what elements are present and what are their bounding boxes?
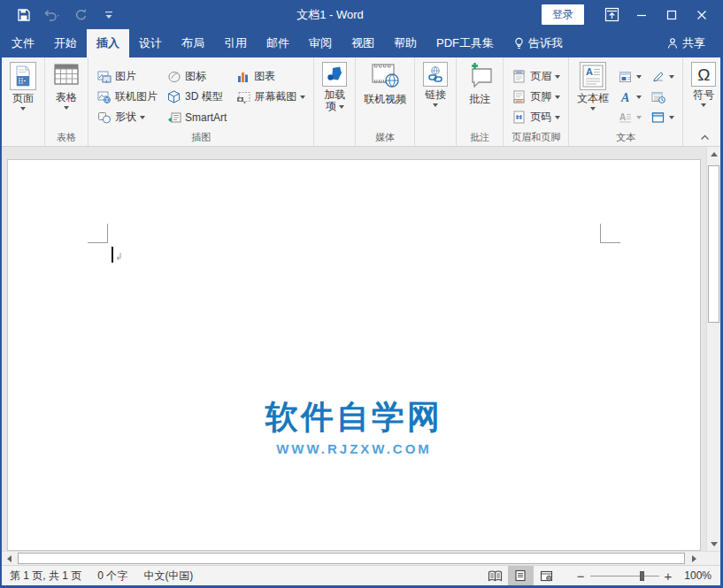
tab-tell-me[interactable]: 告诉我 — [504, 29, 573, 57]
customize-qat-button[interactable] — [99, 5, 119, 25]
zoom-out-button[interactable]: − — [572, 569, 590, 584]
chart-icon — [235, 70, 250, 84]
arrow-right-icon — [692, 555, 696, 562]
page-number-button[interactable]: 页码 — [507, 107, 565, 127]
horizontal-scrollbar[interactable] — [2, 551, 720, 565]
share-button[interactable]: 共享 — [657, 29, 715, 57]
group-label-header-footer: 页眉和页脚 — [504, 131, 568, 146]
minimize-button[interactable] — [627, 3, 657, 27]
vertical-scrollbar-thumb[interactable] — [708, 165, 719, 323]
3d-model-icon — [166, 90, 181, 104]
chart-button[interactable]: 图表 — [231, 66, 310, 87]
symbol-button[interactable]: Ω 符号 — [687, 61, 720, 131]
smartart-button[interactable]: SmartArt — [162, 107, 231, 127]
pages-label: 页面 — [12, 92, 34, 104]
link-label: 链接 — [425, 88, 446, 101]
redo-button[interactable] — [71, 5, 90, 25]
language-indicator[interactable]: 中文(中国) — [135, 569, 201, 584]
page-indicator[interactable]: 第 1 页, 共 1 页 — [2, 569, 89, 584]
ribbon-display-options-button[interactable] — [596, 3, 627, 27]
margin-cropmark-top-right — [600, 224, 620, 243]
textbox-button[interactable]: A 文本框 — [573, 61, 613, 131]
drop-cap-button[interactable]: A — [613, 107, 646, 127]
tell-me-label: 告诉我 — [528, 35, 563, 51]
watermark: 软件自学网 WWW.RJZXW.COM — [265, 395, 442, 456]
document-page[interactable]: 软件自学网 WWW.RJZXW.COM — [7, 159, 701, 551]
zoom-level[interactable]: 100% — [677, 569, 720, 582]
titlebar-controls: 登录 — [542, 3, 720, 27]
header-button[interactable]: 页眉 — [507, 66, 565, 87]
link-button[interactable]: 链接 — [419, 61, 452, 131]
pictures-button[interactable]: 图片 — [92, 66, 162, 87]
close-button[interactable] — [687, 3, 717, 27]
dropdown-arrow-icon — [555, 116, 560, 119]
pages-button[interactable]: 页面 — [5, 61, 41, 131]
icons-button[interactable]: 图标 — [162, 66, 231, 87]
group-label-comments: 批注 — [457, 131, 503, 146]
scroll-right-button[interactable] — [687, 552, 701, 565]
signature-line-button[interactable] — [646, 66, 679, 87]
ribbon-tab-bar: 文件 开始 插入 设计 布局 引用 邮件 审阅 视图 帮助 PDF工具集 告诉我… — [2, 29, 720, 57]
3d-models-label: 3D 模型 — [185, 89, 223, 104]
web-layout-button[interactable] — [534, 566, 559, 585]
maximize-button[interactable] — [657, 3, 687, 27]
screenshot-button[interactable]: 屏幕截图 — [231, 87, 310, 107]
date-time-button[interactable] — [646, 87, 679, 107]
sign-in-button[interactable]: 登录 — [542, 4, 584, 25]
shapes-button[interactable]: 形状 — [92, 107, 162, 127]
footer-button[interactable]: 页脚 — [507, 87, 565, 107]
tab-file[interactable]: 文件 — [2, 29, 44, 57]
share-person-icon — [666, 37, 679, 50]
tab-mailings[interactable]: 邮件 — [257, 29, 299, 57]
quick-parts-button[interactable] — [613, 66, 646, 87]
status-bar: 第 1 页, 共 1 页 0 个字 中文(中国) − + 100% — [2, 565, 720, 585]
tab-view[interactable]: 视图 — [342, 29, 384, 57]
dropdown-arrow-icon — [555, 95, 560, 99]
scroll-left-button[interactable] — [2, 552, 16, 565]
tab-layout[interactable]: 布局 — [172, 29, 214, 57]
group-label-pages — [2, 131, 44, 146]
online-video-button[interactable]: 联机视频 — [359, 61, 411, 131]
ribbon-display-options-icon — [604, 7, 619, 22]
zoom-slider-thumb[interactable] — [640, 571, 644, 581]
online-pictures-button[interactable]: 联机图片 — [92, 87, 162, 107]
addins-button[interactable]: 加载 项 — [318, 61, 351, 131]
tab-home[interactable]: 开始 — [44, 29, 87, 57]
tab-design[interactable]: 设计 — [129, 29, 172, 57]
scroll-up-button[interactable] — [707, 147, 720, 161]
tab-references[interactable]: 引用 — [214, 29, 257, 57]
3d-models-button[interactable]: 3D 模型 — [162, 87, 231, 107]
object-button[interactable] — [646, 107, 679, 127]
undo-icon — [43, 8, 61, 22]
minimize-icon — [636, 10, 647, 20]
window-title: 文档1 - Word — [119, 7, 542, 23]
pictures-label: 图片 — [115, 69, 136, 84]
table-label: 表格 — [56, 91, 77, 103]
dropdown-arrow-icon — [555, 75, 560, 79]
group-text: A 文本框 A — [569, 57, 683, 146]
read-mode-button[interactable] — [482, 566, 508, 585]
vertical-scrollbar[interactable] — [706, 147, 720, 551]
tab-insert[interactable]: 插入 — [87, 29, 129, 57]
dropdown-arrow-icon — [669, 116, 674, 119]
comment-button[interactable]: 批注 — [460, 61, 499, 131]
tab-review[interactable]: 审阅 — [299, 29, 342, 57]
word-count[interactable]: 0 个字 — [89, 569, 135, 584]
addins-label-line2: 项 — [326, 100, 336, 112]
save-button[interactable] — [14, 5, 34, 25]
online-video-icon — [370, 62, 400, 91]
horizontal-scrollbar-thumb[interactable] — [18, 553, 685, 564]
wordart-button[interactable]: A — [613, 87, 646, 107]
zoom-slider[interactable] — [590, 576, 659, 577]
collapse-ribbon-button[interactable] — [697, 131, 711, 143]
group-table: 表格 表格 — [45, 57, 88, 146]
group-media: 联机视频 媒体 — [356, 57, 415, 146]
tab-help[interactable]: 帮助 — [384, 29, 427, 57]
undo-button[interactable] — [42, 5, 62, 25]
zoom-in-button[interactable]: + — [659, 569, 678, 584]
table-button[interactable]: 表格 — [49, 61, 84, 131]
dropdown-arrow-icon — [140, 116, 145, 119]
print-layout-button[interactable] — [508, 566, 534, 585]
tab-pdf-tools[interactable]: PDF工具集 — [427, 29, 504, 57]
scroll-down-button[interactable] — [707, 537, 720, 551]
